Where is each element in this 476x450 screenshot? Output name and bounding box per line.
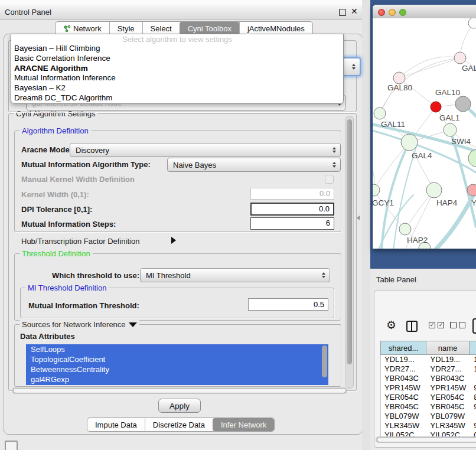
tab-infer-network[interactable]: Infer Network xyxy=(213,418,274,431)
table-cell: YER054C xyxy=(427,393,471,402)
settings-hscrollbar-thumb[interactable] xyxy=(13,388,346,393)
node-gal1[interactable] xyxy=(444,123,457,136)
gear-icon[interactable]: ⚙ xyxy=(386,319,396,331)
dpi-tolerance-input[interactable]: 0.0 xyxy=(250,203,334,216)
algorithm-option-bayesian-k2[interactable]: Bayesian – K2 xyxy=(11,83,343,93)
table-hscrollbar[interactable] xyxy=(376,436,476,443)
node-gal11[interactable] xyxy=(374,107,386,119)
export-table-icon[interactable] xyxy=(472,318,476,334)
node-unlabeled[interactable] xyxy=(468,18,476,28)
splitter-handle-icon[interactable] xyxy=(357,216,360,220)
network-canvas[interactable]: GALGAL80GAL10GAL1GAL11GAL4SWI4GCY1HAP4YH… xyxy=(373,18,476,249)
node-gal10[interactable] xyxy=(455,96,471,112)
node-gal4[interactable] xyxy=(401,134,418,151)
tab-label: Style xyxy=(118,24,135,33)
kernel-width-input[interactable]: 0.0 xyxy=(250,188,334,200)
minimize-window-button[interactable] xyxy=(389,9,396,16)
table-row[interactable]: YBL079WYBL079W xyxy=(381,412,476,421)
tab-select[interactable]: Select xyxy=(142,22,180,35)
table-cell: 9. xyxy=(470,383,476,393)
tab-label: Network xyxy=(73,24,102,33)
table-cell: YDR27... xyxy=(381,364,427,374)
settings-scrollbar[interactable] xyxy=(345,116,354,389)
network-graph: GALGAL80GAL10GAL1GAL11GAL4SWI4GCY1HAP4YH… xyxy=(373,18,476,249)
settings-scrollbar-thumb[interactable] xyxy=(347,119,352,364)
attributes-scrollbar-thumb[interactable] xyxy=(322,345,327,377)
node-y[interactable] xyxy=(467,184,476,196)
tab-jactivemnodules[interactable]: jActiveMNodules xyxy=(239,22,312,35)
node-gal80[interactable] xyxy=(393,72,405,84)
attribute-item-gal4rgexp[interactable]: gal4RGexp xyxy=(26,374,328,384)
split-view-icon[interactable] xyxy=(406,321,418,332)
attribute-item-topologicalcoefficient[interactable]: TopologicalCoefficient xyxy=(26,354,328,364)
table-cell: YBL079W xyxy=(381,412,427,421)
table-hscrollbar-thumb[interactable] xyxy=(377,437,476,442)
tab-style[interactable]: Style xyxy=(109,22,142,35)
column-header-a[interactable]: A xyxy=(470,341,476,354)
manual-kernel-checkbox[interactable] xyxy=(325,175,334,184)
select-columns-icon[interactable]: ✓✓ xyxy=(429,322,444,328)
hub-expander-label[interactable]: Hub/Transcription Factor Definition xyxy=(21,237,139,246)
float-icon[interactable] xyxy=(339,9,346,16)
algorithm-option-basic-correlation-inference[interactable]: Basic Correlation Inference xyxy=(11,54,343,64)
panel-splitter[interactable] xyxy=(362,0,370,450)
table-body: YDL19...YDL19...13YDR27...YDR27...12YBR0… xyxy=(380,355,476,440)
algorithm-option-aracne-algorithm[interactable]: ARACNE Algorithm xyxy=(11,64,343,74)
table-row[interactable]: YER054CYER054C8. xyxy=(381,393,476,402)
table-row[interactable]: YBR043CYBR043C xyxy=(381,374,476,383)
attribute-item-betweennesscentrality[interactable]: BetweennessCentrality xyxy=(26,364,328,374)
close-window-button[interactable] xyxy=(378,9,385,16)
zoom-window-button[interactable] xyxy=(399,9,406,16)
column-header-name[interactable]: name xyxy=(426,341,470,354)
table-cell: YBR045C xyxy=(381,402,427,412)
apply-button[interactable]: Apply xyxy=(158,399,201,413)
mi-type-combobox[interactable]: Naive Bayes xyxy=(167,158,341,172)
algorithm-dropdown-prompt: Select algorithm to view settings xyxy=(11,34,343,44)
collapse-arrow-icon[interactable] xyxy=(129,322,137,327)
tab-impute-data[interactable]: Impute Data xyxy=(87,418,145,431)
table-cell: 9. xyxy=(470,421,476,431)
node-unlabeled[interactable] xyxy=(431,102,441,112)
table-cell: YLR345W xyxy=(427,421,471,431)
deselect-columns-icon[interactable] xyxy=(450,322,465,328)
tab-label: Infer Network xyxy=(221,420,266,429)
node-gal[interactable] xyxy=(454,52,466,64)
mi-threshold-group-title: MI Threshold Definition xyxy=(25,283,109,292)
table-row[interactable]: YBR045CYBR045C9. xyxy=(381,402,476,412)
aracne-mode-combobox[interactable]: Discovery xyxy=(70,143,341,157)
node-hap4[interactable] xyxy=(426,182,442,198)
node-label-gal10: GAL10 xyxy=(435,88,460,97)
mi-threshold-input[interactable]: 0.5 xyxy=(248,298,328,311)
algorithm-option-dream8-dc-tdc-algorithm[interactable]: Dream8 DC_TDC Algorithm xyxy=(11,93,343,103)
minimized-panel-icon[interactable] xyxy=(5,441,18,450)
close-icon[interactable]: ✕ xyxy=(351,6,358,16)
algorithm-dropdown-list: Bayesian – Hill ClimbingBasic Correlatio… xyxy=(11,44,343,103)
table-row[interactable]: YLR345WYLR345W9. xyxy=(381,421,476,431)
table-cell: YPR145W xyxy=(381,383,427,393)
threshold-definition-title: Threshold Definition xyxy=(19,249,93,258)
tab-cyni-toolbox[interactable]: Cyni Toolbox xyxy=(180,22,239,35)
node-hap2[interactable] xyxy=(399,223,411,235)
attribute-item-selfloops[interactable]: SelfLoops xyxy=(26,344,328,354)
settings-hscrollbar[interactable] xyxy=(12,387,347,394)
tab-network[interactable]: Network xyxy=(56,22,109,35)
node-gcy1[interactable] xyxy=(373,184,380,196)
algorithm-option-mutual-information-inference[interactable]: Mutual Information Inference xyxy=(11,73,343,83)
node-swi4[interactable] xyxy=(468,149,476,167)
table-row[interactable]: YPR145WYPR145W9. xyxy=(381,383,476,393)
column-header-shared[interactable]: shared... xyxy=(381,341,426,354)
dpi-tolerance-label: DPI Tolerance [0,1]: xyxy=(21,205,92,214)
mi-steps-input[interactable]: 6 xyxy=(250,217,334,230)
tab-discretize-data[interactable]: Discretize Data xyxy=(145,418,213,431)
tab-label: jActiveMNodules xyxy=(247,24,305,33)
node-label-gal11: GAL11 xyxy=(381,120,405,129)
sources-group-title: Sources for Network Inference xyxy=(22,320,126,329)
table-row[interactable]: YDR27...YDR27...12 xyxy=(381,364,476,374)
node-label-gal4: GAL4 xyxy=(412,151,432,160)
algorithm-option-bayesian-hill-climbing[interactable]: Bayesian – Hill Climbing xyxy=(11,44,343,54)
tab-label: Select xyxy=(151,24,172,33)
expander-arrow-icon[interactable] xyxy=(171,237,176,244)
network-window-titlebar[interactable] xyxy=(373,5,476,19)
table-row[interactable]: YDL19...YDL19...13 xyxy=(381,355,476,364)
which-threshold-combobox[interactable]: MI Threshold xyxy=(140,268,330,282)
